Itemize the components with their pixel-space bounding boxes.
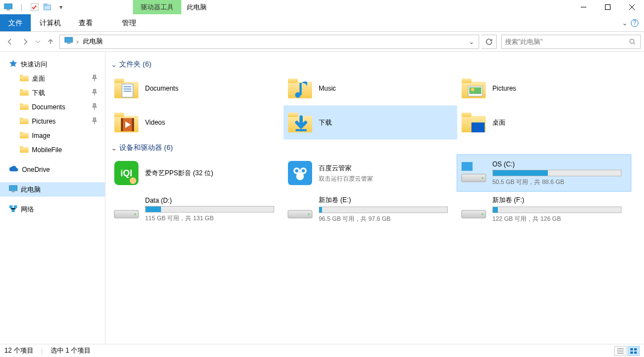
- folder-icon: [20, 103, 29, 112]
- view-toggle: [614, 346, 640, 356]
- svg-rect-5: [606, 5, 610, 10]
- folder-tile[interactable]: 桌面: [457, 105, 631, 140]
- tree-label: 快速访问: [21, 60, 47, 69]
- ribbon-tab-view[interactable]: 查看: [70, 14, 102, 31]
- back-button[interactable]: [3, 35, 16, 48]
- tiles-view-button[interactable]: [628, 346, 640, 356]
- folder-label: Videos: [145, 119, 165, 126]
- breadcrumb-sep-icon[interactable]: ›: [75, 38, 80, 46]
- svg-rect-47: [288, 113, 298, 117]
- svg-rect-22: [12, 191, 15, 192]
- capacity-bar: [492, 170, 621, 176]
- svg-rect-20: [20, 146, 23, 148]
- help-icon[interactable]: ?: [631, 19, 639, 27]
- folder-label: Pictures: [492, 85, 516, 92]
- sidebar-item[interactable]: Image: [0, 129, 105, 143]
- status-count: 12 个项目: [4, 346, 34, 355]
- sidebar-item[interactable]: MobileFile: [0, 143, 105, 157]
- section-folders-header[interactable]: ⌄ 文件夹 (6): [110, 59, 644, 69]
- svg-point-71: [308, 214, 310, 215]
- tree-onedrive[interactable]: OneDrive: [0, 163, 105, 177]
- details-view-button[interactable]: [614, 346, 626, 356]
- chevron-down-icon: ⌄: [111, 144, 117, 152]
- svg-rect-42: [114, 113, 124, 117]
- tree-label: OneDrive: [22, 166, 50, 174]
- svg-rect-30: [124, 88, 131, 90]
- sidebar-item[interactable]: 桌面: [0, 71, 105, 86]
- svg-rect-17: [20, 133, 29, 138]
- pin-icon: [92, 118, 97, 126]
- device-tile[interactable]: Data (D:)115 GB 可用，共 131 GB: [110, 191, 284, 227]
- search-box[interactable]: [501, 35, 641, 49]
- folder-label: 下载: [319, 118, 332, 127]
- up-button[interactable]: [44, 35, 57, 48]
- folder-tile[interactable]: Pictures: [457, 71, 631, 105]
- folder-label: Documents: [145, 85, 179, 92]
- folder-icon: [20, 88, 29, 98]
- status-bar: 12 个项目 | 选中 1 个项目: [0, 344, 644, 357]
- maximize-button[interactable]: [596, 0, 620, 14]
- ribbon-tab-manage[interactable]: 管理: [105, 14, 153, 31]
- folder-tile[interactable]: Documents: [110, 71, 284, 105]
- svg-point-54: [130, 177, 136, 184]
- sidebar-item[interactable]: Pictures: [0, 114, 105, 129]
- svg-point-69: [135, 214, 136, 215]
- device-label: Data (D:): [145, 197, 280, 204]
- ribbon-expand-icon[interactable]: ⌄: [622, 19, 628, 27]
- tree-label: Image: [32, 132, 50, 140]
- folder-icon: [20, 131, 29, 141]
- device-subtext: 双击运行百度云管家: [319, 175, 454, 183]
- tree-quick-access[interactable]: 快速访问: [0, 57, 105, 71]
- device-tile[interactable]: OS (C:)50.5 GB 可用，共 88.6 GB: [457, 155, 631, 191]
- device-subtext: 50.5 GB 可用，共 88.6 GB: [492, 178, 628, 186]
- new-folder-icon[interactable]: [42, 1, 54, 13]
- address-bar[interactable]: › 此电脑 ⌄: [59, 35, 479, 49]
- svg-rect-37: [462, 79, 471, 83]
- folder-tile[interactable]: Videos: [110, 105, 284, 140]
- device-tile[interactable]: 百度云管家双击运行百度云管家: [284, 155, 457, 191]
- svg-rect-7: [67, 43, 70, 44]
- section-devices-header[interactable]: ⌄ 设备和驱动器 (6): [110, 143, 644, 153]
- ribbon-right: ⌄ ?: [622, 14, 644, 31]
- sidebar-item[interactable]: 下载: [0, 86, 105, 100]
- svg-rect-4: [44, 4, 47, 5]
- minimize-button[interactable]: [571, 0, 596, 14]
- svg-rect-51: [471, 122, 485, 132]
- breadcrumb[interactable]: 此电脑: [80, 36, 106, 47]
- folder-tile[interactable]: Music: [284, 71, 457, 105]
- properties-icon[interactable]: [29, 1, 41, 13]
- folder-label: 桌面: [492, 118, 506, 127]
- tree-network[interactable]: 网络: [0, 202, 105, 216]
- pc-icon[interactable]: [2, 1, 14, 13]
- device-tile[interactable]: iQI爱奇艺PPS影音 (32 位): [110, 155, 284, 191]
- ribbon-file[interactable]: 文件: [0, 14, 31, 31]
- device-tile[interactable]: 新加卷 (F:)122 GB 可用，共 126 GB: [457, 191, 631, 227]
- folder-icon-music: [287, 75, 313, 102]
- svg-rect-12: [20, 89, 23, 91]
- svg-point-67: [482, 177, 484, 179]
- device-label: OS (C:): [492, 160, 628, 168]
- forward-button[interactable]: [19, 35, 32, 48]
- address-dropdown-icon[interactable]: ⌄: [467, 38, 476, 46]
- qat-dropdown-icon[interactable]: ▾: [55, 1, 67, 13]
- folder-icon: [20, 74, 29, 83]
- search-icon[interactable]: [625, 38, 640, 46]
- svg-rect-10: [20, 75, 23, 76]
- search-input[interactable]: [502, 35, 625, 48]
- sidebar-item[interactable]: Documents: [0, 100, 105, 114]
- title-bar: | ▾ 驱动器工具 此电脑: [0, 0, 644, 14]
- svg-rect-14: [20, 103, 23, 105]
- folder-icon: [20, 117, 29, 126]
- svg-point-8: [630, 39, 634, 43]
- device-tile[interactable]: 新加卷 (E:)96.5 GB 可用，共 97.6 GB: [284, 191, 457, 227]
- tree-this-pc[interactable]: 此电脑: [0, 182, 105, 197]
- ribbon-tab-computer[interactable]: 计算机: [31, 14, 70, 31]
- pc-icon: [9, 185, 18, 194]
- refresh-button[interactable]: [481, 35, 497, 49]
- folder-tile[interactable]: 下载: [284, 105, 457, 140]
- device-subtext: 115 GB 可用，共 131 GB: [145, 214, 280, 222]
- address-row: › 此电脑 ⌄: [0, 32, 644, 52]
- close-button[interactable]: [620, 0, 644, 14]
- recent-locations-button[interactable]: [34, 35, 42, 48]
- tree-label: MobileFile: [32, 146, 62, 154]
